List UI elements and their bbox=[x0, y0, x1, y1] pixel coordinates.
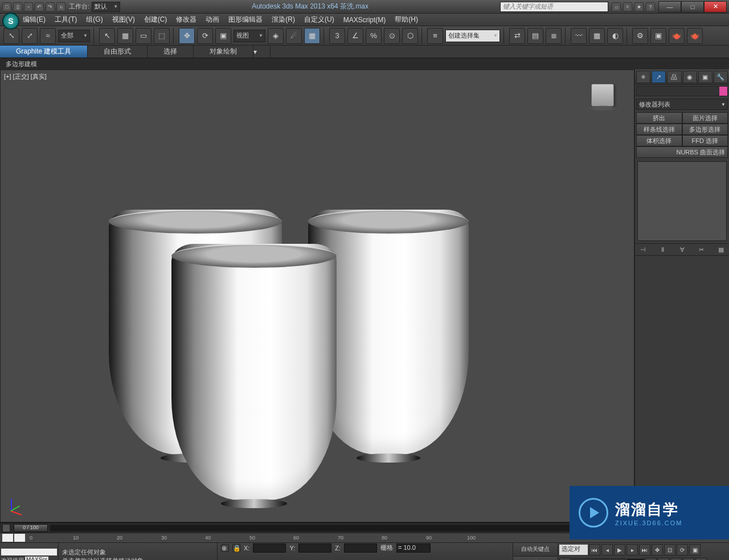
menu-create[interactable]: 创建(C) bbox=[144, 15, 167, 24]
app-logo[interactable]: S bbox=[2, 13, 19, 30]
object-name-field[interactable] bbox=[636, 86, 728, 96]
maximize-button[interactable]: □ bbox=[681, 1, 704, 13]
tag-icon[interactable] bbox=[2, 534, 13, 542]
nav-zoom-icon[interactable]: ⊡ bbox=[664, 544, 675, 555]
nav-pan-icon[interactable]: ✥ bbox=[652, 544, 663, 555]
timeline-handle-icon[interactable] bbox=[2, 524, 10, 532]
display-tab-icon[interactable]: ▣ bbox=[698, 71, 712, 83]
time-config-icon[interactable]: ⊞ bbox=[645, 558, 657, 560]
tab-freeform[interactable]: 自由形式 bbox=[88, 46, 148, 58]
nav-region-icon[interactable]: ⊙ bbox=[683, 558, 694, 560]
redo-icon[interactable]: ↷ bbox=[46, 2, 55, 11]
configure-icon[interactable]: ▦ bbox=[716, 245, 726, 254]
spinner-snap-icon[interactable]: ⊙ bbox=[384, 28, 400, 44]
scale-icon[interactable]: ▣ bbox=[215, 28, 231, 44]
named-sets-icon[interactable]: ≡ bbox=[427, 28, 443, 44]
favorites-icon[interactable]: ★ bbox=[634, 2, 644, 11]
time-slider-thumb[interactable]: 0 / 100 bbox=[14, 524, 48, 532]
script-tag[interactable] bbox=[1, 549, 57, 555]
mod-polyselect[interactable]: 多边形选择 bbox=[682, 124, 728, 135]
nav-orbit-icon[interactable]: ⟳ bbox=[677, 544, 688, 555]
select-name-icon[interactable]: ▦ bbox=[117, 28, 133, 44]
menu-modifiers[interactable]: 修改器 bbox=[176, 15, 196, 24]
menu-animation[interactable]: 动画 bbox=[206, 15, 219, 24]
prev-frame-icon[interactable]: ◂ bbox=[601, 544, 613, 555]
goto-start-icon[interactable]: ⏮ bbox=[589, 544, 600, 555]
link-icon[interactable]: ⎌ bbox=[56, 2, 65, 11]
tab-graphite[interactable]: Graphite 建模工具 bbox=[0, 46, 88, 58]
refcoord-combo[interactable]: 视图 bbox=[234, 30, 265, 42]
make-unique-icon[interactable]: ∀ bbox=[678, 245, 687, 254]
workspace-combo[interactable]: 默认 bbox=[92, 2, 120, 12]
move-icon[interactable]: ✥ bbox=[179, 28, 195, 44]
workspace-selector[interactable]: 工作台: 默认 bbox=[69, 2, 120, 12]
render-icon[interactable]: 🫖 bbox=[669, 28, 685, 44]
mod-nurbs[interactable]: NURBS 曲面选择 bbox=[636, 146, 728, 158]
viewport[interactable]: [+] [正交] [真实] bbox=[0, 70, 634, 522]
open-icon[interactable]: ▯ bbox=[13, 2, 22, 11]
lock-icon[interactable]: ⊕ bbox=[221, 544, 229, 552]
new-icon[interactable]: □ bbox=[2, 2, 11, 11]
tag-icon[interactable] bbox=[14, 534, 25, 542]
manipulate-icon[interactable]: ☄ bbox=[286, 28, 302, 44]
material-editor-icon[interactable]: ◐ bbox=[607, 28, 623, 44]
edged-faces-icon[interactable]: ⬡ bbox=[402, 28, 418, 44]
binoculars-icon[interactable]: ⌕ bbox=[612, 2, 621, 11]
create-tab-icon[interactable]: ✳ bbox=[636, 71, 650, 83]
viewport-label[interactable]: [+] [正交] [真实] bbox=[4, 72, 47, 81]
menu-help[interactable]: 帮助(H) bbox=[395, 15, 418, 24]
z-input[interactable] bbox=[344, 543, 377, 553]
help-icon[interactable]: ? bbox=[646, 2, 655, 11]
menu-view[interactable]: 视图(V) bbox=[112, 15, 135, 24]
modify-tab-icon[interactable]: ↗ bbox=[652, 71, 666, 83]
tab-selection[interactable]: 选择 bbox=[148, 46, 194, 58]
cup-object[interactable] bbox=[171, 244, 337, 500]
pin-stack-icon[interactable]: ⊣ bbox=[638, 245, 648, 254]
undo-icon[interactable]: ↶ bbox=[35, 2, 44, 11]
mod-patchselect[interactable]: 面片选择 bbox=[682, 112, 728, 124]
lock-selection-icon[interactable]: 🔒 bbox=[232, 544, 240, 552]
named-selection-combo[interactable]: 创建选择集 bbox=[445, 30, 500, 42]
menu-tools[interactable]: 工具(T) bbox=[55, 15, 77, 24]
percent-snap-icon[interactable]: % bbox=[366, 28, 382, 44]
nav-zoom2-icon[interactable]: ◐ bbox=[658, 558, 669, 560]
close-button[interactable]: ✕ bbox=[704, 1, 727, 13]
angle-snap-icon[interactable]: ∠ bbox=[347, 28, 363, 44]
play-icon[interactable]: ▶ bbox=[614, 544, 625, 555]
render-prod-icon[interactable]: 🫖 bbox=[687, 28, 703, 44]
selection-filter[interactable]: 全部 bbox=[58, 30, 90, 42]
hierarchy-tab-icon[interactable]: 品 bbox=[667, 71, 681, 83]
show-end-icon[interactable]: Ⅱ bbox=[658, 245, 667, 254]
menu-edit[interactable]: 编辑(E) bbox=[23, 15, 46, 24]
modifier-list-combo[interactable]: 修改器列表 bbox=[636, 99, 728, 110]
rotate-icon[interactable]: ⟳ bbox=[197, 28, 213, 44]
menu-render[interactable]: 渲染(R) bbox=[272, 15, 295, 24]
mod-splineselect[interactable]: 样条线选择 bbox=[636, 124, 682, 135]
autokey-button[interactable]: 自动关键点 bbox=[513, 543, 558, 557]
keyboard-shortcut-icon[interactable]: ▦ bbox=[304, 28, 320, 44]
select-icon[interactable]: ↖ bbox=[99, 28, 115, 44]
modifier-stack[interactable] bbox=[637, 161, 727, 241]
schematic-icon[interactable]: ▦ bbox=[589, 28, 605, 44]
community-icon[interactable]: ✧ bbox=[623, 2, 632, 11]
pivot-icon[interactable]: ◈ bbox=[268, 28, 284, 44]
setkey-button[interactable]: 设置关键点 bbox=[513, 557, 558, 561]
menu-group[interactable]: 组(G) bbox=[86, 15, 103, 24]
setkey-large-icon[interactable]: ⊸ bbox=[559, 558, 571, 560]
menu-customize[interactable]: 自定义(U) bbox=[304, 15, 334, 24]
y-input[interactable] bbox=[298, 543, 331, 553]
utilities-tab-icon[interactable]: 🔧 bbox=[714, 71, 728, 83]
menu-maxscript[interactable]: MAXScript(M) bbox=[343, 16, 386, 24]
motion-tab-icon[interactable]: ◉ bbox=[683, 71, 697, 83]
curve-editor-icon[interactable]: 〰 bbox=[571, 28, 587, 44]
menu-grapheditors[interactable]: 图形编辑器 bbox=[228, 15, 263, 24]
nav-maxtoggle-icon[interactable]: ▦ bbox=[695, 558, 707, 560]
render-frame-icon[interactable]: ▣ bbox=[650, 28, 666, 44]
align-icon[interactable]: ▤ bbox=[527, 28, 543, 44]
minimize-button[interactable]: — bbox=[658, 1, 681, 13]
save-icon[interactable]: ▫ bbox=[24, 2, 33, 11]
next-frame-icon[interactable]: ▸ bbox=[626, 544, 638, 555]
mod-volselect[interactable]: 体积选择 bbox=[636, 135, 682, 146]
viewcube[interactable] bbox=[587, 81, 618, 112]
layers-icon[interactable]: ≣ bbox=[546, 28, 562, 44]
